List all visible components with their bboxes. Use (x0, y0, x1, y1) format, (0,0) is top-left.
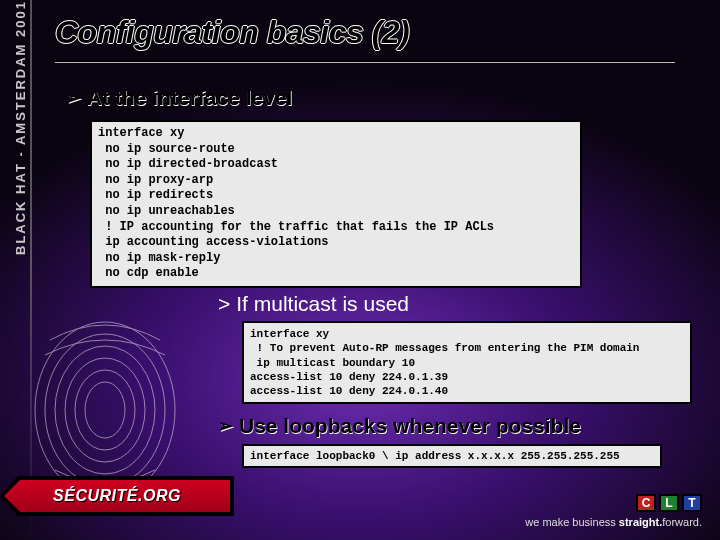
bullet-text: Use loopbacks whenever possible (239, 414, 581, 437)
logo-text: SÉCURITÉ.ORG (53, 487, 181, 505)
tagline-prefix: we make business (525, 516, 619, 528)
code-block-loopback: interface loopback0 \ ip address x.x.x.x… (242, 444, 662, 468)
title-underline (55, 60, 675, 62)
bullet-interface-level: ➢At the interface level (66, 86, 292, 110)
securite-logo: SÉCURITÉ.ORG (0, 468, 234, 524)
footer-right: C L T we make business straight.forward. (525, 494, 702, 528)
event-label: BLACK HAT - AMSTERDAM 2001 (13, 0, 28, 260)
bullet-arrow-icon: ➢ (66, 87, 81, 109)
tagline-suffix: forward. (662, 516, 702, 528)
svg-point-1 (75, 370, 135, 450)
tagline-bold: straight. (619, 516, 662, 528)
svg-point-0 (85, 382, 125, 438)
bullet-loopbacks: ➢Use loopbacks whenever possible (218, 414, 581, 438)
code-block-interface: interface xy no ip source-route no ip di… (90, 120, 582, 288)
chevron-icon: > (218, 292, 230, 315)
clt-t-icon: T (682, 494, 702, 512)
clt-logo: C L T (525, 494, 702, 512)
svg-point-3 (55, 346, 155, 474)
svg-point-4 (45, 334, 165, 486)
sidebar-divider (30, 0, 32, 540)
clt-l-icon: L (659, 494, 679, 512)
code-block-multicast: interface xy ! To prevent Auto-RP messag… (242, 321, 692, 404)
bullet-multicast: >If multicast is used (218, 292, 409, 316)
svg-point-2 (65, 358, 145, 462)
tagline: we make business straight.forward. (525, 516, 702, 528)
bullet-arrow-icon: ➢ (218, 415, 233, 437)
slide-title: Configuration basics (2) (55, 14, 409, 51)
bullet-text: At the interface level (87, 86, 292, 109)
bullet-text: If multicast is used (236, 292, 409, 315)
clt-c-icon: C (636, 494, 656, 512)
